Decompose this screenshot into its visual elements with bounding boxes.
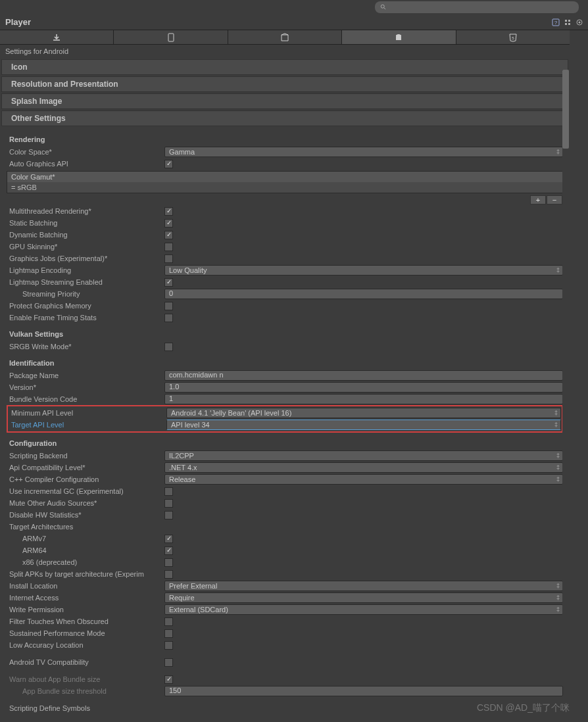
protect-mem-checkbox[interactable]: [164, 302, 173, 310]
target-api-label: Target API Level: [9, 421, 166, 429]
disable-hw-checkbox[interactable]: [164, 511, 173, 519]
preset-icon[interactable]: [563, 18, 572, 27]
tab-html5[interactable]: 5: [456, 30, 570, 44]
svg-rect-5: [568, 20, 570, 22]
package-label: Package Name: [7, 372, 164, 379]
main-panel: 5 Settings for Android Icon Resolution a…: [0, 30, 588, 721]
inspector-header: Player ?: [0, 14, 588, 30]
cpp-conf-dropdown[interactable]: Release: [164, 474, 563, 485]
write-perm-label: Write Permission: [7, 606, 164, 614]
platform-tabs: 5: [0, 30, 570, 45]
svg-point-0: [381, 5, 384, 8]
section-other[interactable]: Other Settings: [1, 110, 568, 126]
bundle-thresh-input[interactable]: 150: [164, 686, 563, 696]
section-icon[interactable]: Icon: [1, 59, 568, 75]
srgb-write-checkbox[interactable]: [164, 343, 173, 351]
incr-gc-checkbox[interactable]: [164, 487, 173, 496]
color-gamut-label: Color Gamut*: [7, 172, 562, 182]
target-api-dropdown[interactable]: API level 34: [166, 420, 561, 430]
write-perm-dropdown[interactable]: External (SDCard): [164, 604, 563, 615]
multithread-label: Multithreaded Rendering*: [7, 207, 164, 215]
armv7-checkbox[interactable]: [164, 535, 173, 543]
identification-head: Identification: [7, 356, 563, 370]
svg-rect-6: [565, 23, 567, 25]
backend-label: Scripting Backend: [7, 452, 164, 460]
incr-gc-label: Use incremental GC (Experimental): [7, 487, 164, 495]
highlight-box: Minimum API LevelAndroid 4.1 'Jelly Bean…: [7, 405, 563, 433]
mute-audio-label: Mute Other Audio Sources*: [7, 499, 164, 507]
warn-bundle-checkbox[interactable]: [164, 675, 173, 684]
api-compat-dropdown[interactable]: .NET 4.x: [164, 462, 563, 473]
bundle-code-input[interactable]: 1: [164, 394, 563, 404]
rendering-head: Rendering: [7, 133, 563, 146]
static-batch-label: Static Batching: [7, 219, 164, 227]
vulkan-head: Vulkan Settings: [7, 327, 563, 341]
svg-text:?: ?: [554, 20, 558, 26]
color-gamut-buttons: + −: [7, 195, 563, 205]
frame-timing-checkbox[interactable]: [164, 314, 173, 322]
gpu-skin-label: GPU Skinning*: [7, 243, 164, 251]
define-sym-label: Scripting Define Symbols: [7, 704, 164, 712]
section-splash[interactable]: Splash Image: [1, 93, 568, 109]
install-loc-dropdown[interactable]: Prefer External: [164, 581, 563, 591]
tv-compat-label: Android TV Compatibility: [7, 658, 164, 666]
remove-gamut-button[interactable]: −: [547, 195, 562, 205]
arm64-checkbox[interactable]: [164, 546, 173, 555]
color-gamut-item[interactable]: = sRGB: [7, 182, 562, 193]
tv-compat-checkbox[interactable]: [164, 658, 173, 667]
search-icon: [380, 4, 387, 11]
lightmap-enc-dropdown[interactable]: Low Quality: [164, 265, 563, 276]
settings-for-label: Settings for Android: [0, 45, 570, 58]
internet-dropdown[interactable]: Require: [164, 592, 563, 603]
filter-touch-checkbox[interactable]: [164, 617, 173, 626]
mute-audio-checkbox[interactable]: [164, 499, 173, 508]
gear-icon[interactable]: [575, 18, 584, 27]
tab-standalone[interactable]: [114, 30, 228, 44]
graphics-jobs-label: Graphics Jobs (Experimental)*: [7, 254, 164, 262]
panel-title: Player: [5, 17, 551, 27]
static-batch-checkbox[interactable]: [164, 219, 173, 228]
section-resolution[interactable]: Resolution and Presentation: [1, 76, 568, 92]
svg-rect-10: [168, 34, 174, 41]
warn-bundle-label: Warn about App Bundle size: [7, 675, 164, 683]
tab-default[interactable]: [228, 30, 342, 44]
auto-graphics-checkbox[interactable]: [164, 160, 173, 168]
sustained-label: Sustained Performance Mode: [7, 629, 164, 637]
graphics-jobs-checkbox[interactable]: [164, 254, 173, 263]
stream-prio-input[interactable]: 0: [164, 289, 563, 299]
color-space-dropdown[interactable]: Gamma: [164, 147, 563, 157]
backend-dropdown[interactable]: IL2CPP: [164, 450, 563, 461]
low-acc-label: Low Accuracy Location: [7, 641, 164, 649]
scrollbar[interactable]: [562, 70, 569, 662]
lightmap-stream-label: Lightmap Streaming Enabled: [7, 278, 164, 286]
sustained-checkbox[interactable]: [164, 629, 173, 638]
help-icon[interactable]: ?: [551, 18, 560, 27]
auto-graphics-label: Auto Graphics API: [7, 160, 164, 168]
multithread-checkbox[interactable]: [164, 207, 173, 216]
min-api-dropdown[interactable]: Android 4.1 'Jelly Bean' (API level 16): [166, 408, 561, 418]
low-acc-checkbox[interactable]: [164, 641, 173, 650]
arm64-label: ARM64: [7, 546, 164, 554]
disable-hw-label: Disable HW Statistics*: [7, 511, 164, 519]
color-gamut-list: Color Gamut* = sRGB: [7, 171, 563, 193]
svg-rect-7: [568, 23, 570, 25]
cpp-conf-label: C++ Compiler Configuration: [7, 475, 164, 483]
frame-timing-label: Enable Frame Timing Stats: [7, 314, 164, 322]
lightmap-stream-checkbox[interactable]: [164, 278, 173, 287]
split-apk-checkbox[interactable]: [164, 570, 173, 579]
dynamic-batch-checkbox[interactable]: [164, 231, 173, 239]
gpu-skin-checkbox[interactable]: [164, 243, 173, 251]
stream-prio-label: Streaming Priority: [7, 290, 164, 298]
tab-android[interactable]: [342, 30, 456, 44]
version-input[interactable]: 1.0: [164, 382, 563, 393]
bundle-thresh-label: App Bundle size threshold: [7, 687, 164, 695]
tab-download[interactable]: [0, 30, 114, 44]
api-compat-label: Api Compatibility Level*: [7, 464, 164, 471]
split-apk-label: Split APKs by target architecture (Exper…: [7, 570, 164, 578]
scrollbar-thumb[interactable]: [562, 70, 569, 149]
package-input[interactable]: com.hcmidawn n: [164, 370, 563, 381]
x86-checkbox[interactable]: [164, 558, 173, 567]
add-gamut-button[interactable]: +: [530, 195, 546, 205]
bundle-code-label: Bundle Version Code: [7, 395, 164, 403]
search-bar[interactable]: [375, 1, 579, 13]
